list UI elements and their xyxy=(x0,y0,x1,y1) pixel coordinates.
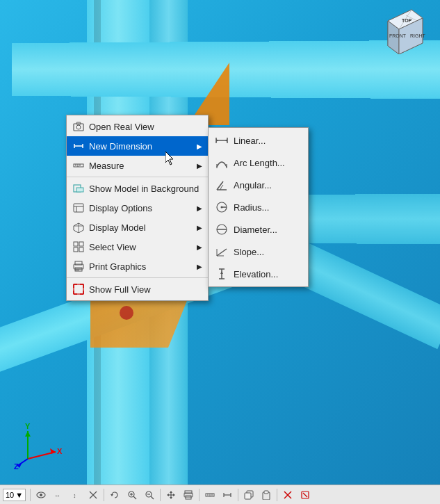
toolbar-sep-5 xyxy=(238,489,238,501)
toolbar-btn-close[interactable] xyxy=(297,487,313,503)
toolbar-btn-copy[interactable] xyxy=(241,487,257,503)
arc-length-icon xyxy=(214,155,229,170)
toolbar-btn-zoom-in[interactable] xyxy=(124,487,140,503)
submenu-label-linear: Linear... xyxy=(234,136,302,146)
svg-marker-95 xyxy=(167,494,169,496)
svg-marker-96 xyxy=(173,494,175,496)
print-icon xyxy=(72,260,85,273)
menu-item-new-dimension[interactable]: New Dimension ▶ xyxy=(67,136,208,156)
toolbar-btn-dim[interactable] xyxy=(219,487,236,503)
menu-item-display-model[interactable]: Display Model ▶ xyxy=(67,218,208,237)
svg-rect-31 xyxy=(74,204,83,212)
svg-marker-75 xyxy=(220,271,223,274)
3d-viewport[interactable]: TOP FRONT RIGHT X Y Z xyxy=(0,0,440,504)
dimension-icon xyxy=(72,140,85,152)
bottom-toolbar: 10 ▼ ↔ ↕ xyxy=(0,485,440,504)
menu-item-open-real-view[interactable]: Open Real View xyxy=(67,117,208,136)
ruler-icon xyxy=(72,159,85,172)
angular-icon xyxy=(214,177,229,193)
svg-rect-40 xyxy=(79,247,83,252)
svg-line-114 xyxy=(303,493,307,497)
toolbar-sep-1 xyxy=(30,489,31,501)
submenu-item-diameter[interactable]: Diameter... xyxy=(209,218,308,241)
toolbar-sep-4 xyxy=(199,489,199,501)
toolbar-sep-3 xyxy=(160,489,161,501)
svg-rect-30 xyxy=(76,188,83,192)
diameter-icon xyxy=(214,222,229,237)
toolbar-btn-close-x[interactable] xyxy=(279,487,296,503)
elevation-icon xyxy=(214,266,229,282)
submenu-item-arc-length[interactable]: Arc Length... xyxy=(209,152,308,174)
svg-marker-58 xyxy=(216,139,218,142)
menu-item-display-options[interactable]: Display Options ▶ xyxy=(67,198,208,218)
display-model-arrow: ▶ xyxy=(197,224,202,231)
toolbar-btn-fit-y[interactable]: ↕ xyxy=(67,487,84,503)
svg-rect-110 xyxy=(264,491,268,494)
svg-rect-37 xyxy=(74,242,78,246)
svg-text:Z: Z xyxy=(14,462,19,469)
submenu-item-radius[interactable]: Radius... xyxy=(209,196,308,218)
svg-marker-93 xyxy=(170,491,172,493)
svg-text:↕: ↕ xyxy=(73,492,76,499)
svg-line-89 xyxy=(151,496,154,499)
svg-text:TOP: TOP xyxy=(402,18,412,23)
svg-rect-25 xyxy=(74,164,83,167)
menu-label-show-full-view: Show Full View xyxy=(89,284,202,295)
submenu-label-arc-length: Arc Length... xyxy=(234,158,302,168)
menu-item-show-full-view[interactable]: Show Full View xyxy=(67,279,208,299)
axis-indicator: X Y Z xyxy=(14,421,70,476)
svg-line-85 xyxy=(133,496,136,499)
toolbar-btn-zoom-out[interactable] xyxy=(141,487,158,503)
toolbar-btn-measure[interactable] xyxy=(202,487,218,503)
navigation-cube[interactable]: TOP FRONT RIGHT xyxy=(381,7,430,56)
print-graphics-arrow: ▶ xyxy=(197,263,202,270)
svg-text:FRONT: FRONT xyxy=(389,33,407,38)
zoom-dropdown-arrow[interactable]: ▼ xyxy=(15,491,23,499)
menu-item-select-view[interactable]: Select View ▶ xyxy=(67,237,208,257)
display-options-icon xyxy=(72,202,85,214)
submenu-item-elevation[interactable]: Elevation... xyxy=(209,263,308,285)
submenu-item-angular[interactable]: Angular... xyxy=(209,174,308,196)
toolbar-btn-eye[interactable] xyxy=(33,487,49,503)
menu-label-display-options: Display Options xyxy=(89,203,190,213)
camera-icon xyxy=(72,120,85,133)
separator-2 xyxy=(67,277,208,278)
menu-label-open-real-view: Open Real View xyxy=(89,122,202,132)
submenu-label-diameter: Diameter... xyxy=(234,225,302,235)
svg-marker-14 xyxy=(25,431,31,437)
toolbar-sep-2 xyxy=(104,489,104,501)
separator-1 xyxy=(67,177,208,177)
svg-point-78 xyxy=(40,494,42,496)
toolbar-sep-6 xyxy=(277,489,277,501)
menu-label-show-model-bg: Show Model in Background xyxy=(89,184,202,194)
submenu-item-linear[interactable]: Linear... xyxy=(209,129,308,152)
svg-marker-94 xyxy=(170,497,172,499)
submenu-label-radius: Radius... xyxy=(234,202,302,213)
toolbar-btn-paste[interactable] xyxy=(258,487,275,503)
menu-item-print-graphics[interactable]: Print Graphics ▶ xyxy=(67,257,208,276)
slope-icon xyxy=(214,244,229,259)
menu-label-new-dimension: New Dimension xyxy=(89,141,190,152)
menu-label-measure: Measure xyxy=(89,161,190,171)
svg-rect-39 xyxy=(74,247,78,252)
toolbar-btn-pan[interactable] xyxy=(163,487,179,503)
cube-svg: TOP FRONT RIGHT xyxy=(381,7,428,54)
toolbar-btn-print[interactable] xyxy=(180,487,197,503)
submenu-item-slope[interactable]: Slope... xyxy=(209,241,308,263)
svg-text:Y: Y xyxy=(25,422,31,430)
svg-rect-108 xyxy=(245,493,251,499)
toolbar-btn-fit-xy[interactable] xyxy=(85,487,101,503)
display-options-arrow: ▶ xyxy=(197,204,202,212)
menu-item-show-model-bg[interactable]: Show Model in Background xyxy=(67,179,208,198)
zoom-level[interactable]: 10 ▼ xyxy=(3,489,26,501)
linear-icon xyxy=(214,133,229,148)
new-dimension-arrow: ▶ xyxy=(197,143,202,150)
context-menu[interactable]: Open Real View New Dimension ▶ Measure ▶ xyxy=(66,115,209,301)
toolbar-btn-fit-x[interactable]: ↔ xyxy=(50,487,67,503)
submenu-new-dimension[interactable]: Linear... Arc Length... Angular... Radiu… xyxy=(208,127,309,287)
menu-item-measure[interactable]: Measure ▶ xyxy=(67,156,208,175)
display-model-icon xyxy=(72,221,85,234)
radius-icon xyxy=(214,200,229,215)
svg-point-66 xyxy=(221,206,223,209)
toolbar-btn-rotate[interactable] xyxy=(106,487,123,503)
